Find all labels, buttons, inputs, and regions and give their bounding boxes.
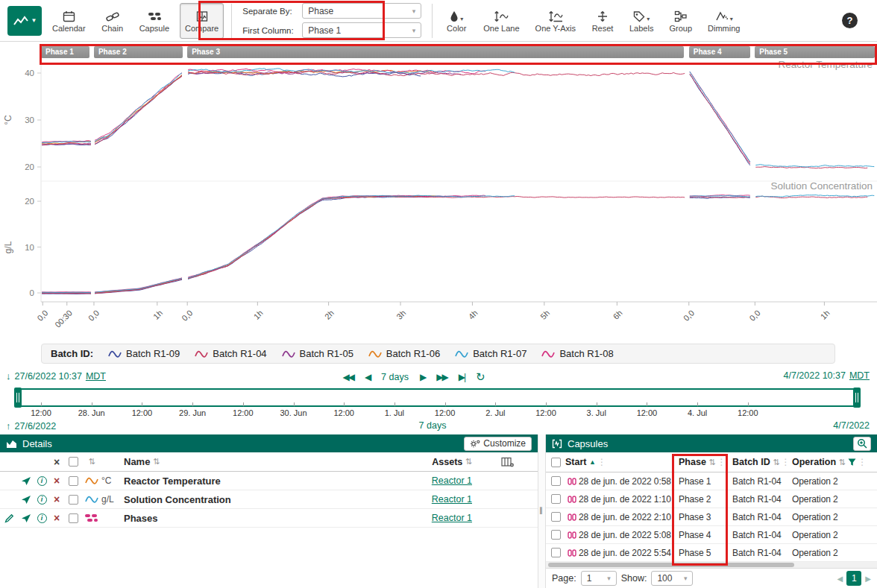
- info-icon[interactable]: i: [37, 495, 47, 505]
- capsule-checkbox[interactable]: [551, 476, 561, 486]
- separate-by-select[interactable]: Phase ▾: [302, 3, 421, 19]
- one-lane-button[interactable]: One Lane: [478, 3, 524, 39]
- edit-icon[interactable]: [4, 513, 14, 523]
- table-columns-icon[interactable]: [501, 457, 514, 467]
- column-menu-icon[interactable]: ⋮: [781, 457, 790, 467]
- calendar-button[interactable]: Calendar: [47, 3, 91, 39]
- legend-item[interactable]: Batch R1-05: [282, 348, 353, 359]
- item-name[interactable]: Reactor Temperature: [124, 475, 402, 487]
- capsule-row[interactable]: 28 de jun. de 2022 5:54Phase 5Batch R1-0…: [546, 544, 877, 562]
- capsule-row[interactable]: 28 de jun. de 2022 2:10Phase 3Batch R1-0…: [546, 508, 877, 526]
- send-to-trend-icon[interactable]: [21, 476, 31, 486]
- details-row[interactable]: i×°CReactor TemperatureReactor 1: [0, 472, 538, 490]
- customize-button[interactable]: Customize: [464, 437, 532, 451]
- next-page-icon[interactable]: ▶: [865, 575, 871, 583]
- remove-item-icon[interactable]: ×: [49, 493, 64, 505]
- legend-item[interactable]: Batch R1-06: [368, 348, 440, 359]
- remove-item-icon[interactable]: ×: [49, 475, 64, 487]
- remove-all-icon[interactable]: ×: [49, 456, 64, 468]
- timebar-end-date[interactable]: 4/7/2022: [833, 420, 870, 431]
- assets-column-header[interactable]: Assets ⇅: [402, 457, 477, 467]
- phase-capsule-bar[interactable]: Phase 4: [689, 46, 750, 58]
- row-checkbox[interactable]: [69, 513, 78, 523]
- details-row[interactable]: i×g/LSolution ConcentrationReactor 1: [0, 490, 538, 509]
- legend-item[interactable]: Batch R1-04: [195, 348, 266, 359]
- column-menu-icon[interactable]: ⋮: [858, 457, 867, 467]
- sort-icon[interactable]: ⇅: [839, 458, 846, 467]
- capsule-checkbox[interactable]: [551, 494, 561, 504]
- step-forward-icon[interactable]: ▶: [420, 372, 425, 382]
- operation-column-header[interactable]: Operation ⇅ ⋮: [792, 457, 877, 467]
- column-menu-icon[interactable]: ⋮: [597, 457, 606, 467]
- chain-button[interactable]: Chain: [96, 3, 129, 39]
- sort-icon[interactable]: ⇅: [773, 458, 779, 467]
- one-y-axis-button[interactable]: One Y-Axis: [530, 3, 581, 39]
- scrollbar-thumb[interactable]: [548, 563, 794, 567]
- compare-button[interactable]: Compare: [180, 3, 224, 39]
- first-column-select[interactable]: Phase 1 ▾: [302, 22, 421, 38]
- batch-id-column-header[interactable]: Batch ID ⇅⋮: [732, 457, 792, 467]
- skip-forward-icon[interactable]: ▶▶: [436, 372, 447, 382]
- trend-view-logo-button[interactable]: ▼: [7, 6, 42, 36]
- details-row[interactable]: i×PhasesReactor 1: [0, 509, 538, 528]
- capsule-button[interactable]: Capsule: [134, 3, 175, 39]
- sort-ascending-icon[interactable]: ▲: [589, 458, 596, 466]
- phase-column-header[interactable]: Phase ⇅⋮: [679, 457, 732, 467]
- item-name[interactable]: Solution Concentration: [124, 494, 402, 505]
- capsule-checkbox[interactable]: [551, 530, 561, 540]
- legend-item[interactable]: Batch R1-09: [108, 348, 180, 359]
- info-icon[interactable]: i: [37, 476, 47, 486]
- trend-chart[interactable]: 203040°CReactor Temperature01020g/LSolut…: [0, 42, 877, 342]
- range-duration[interactable]: 7 days: [381, 372, 409, 382]
- legend-item[interactable]: Batch R1-07: [455, 348, 526, 359]
- dimming-button[interactable]: ▾ Dimming: [702, 3, 745, 39]
- labels-button[interactable]: ▾ Labels: [624, 3, 658, 39]
- sort-icon[interactable]: ⇅: [82, 457, 101, 467]
- asset-link[interactable]: Reactor 1: [432, 494, 472, 505]
- phase-capsule-bar[interactable]: Phase 2: [94, 46, 183, 58]
- current-page-button[interactable]: 1: [846, 571, 861, 586]
- row-checkbox[interactable]: [69, 495, 78, 505]
- filter-icon[interactable]: [848, 458, 856, 467]
- asset-link[interactable]: Reactor 1: [432, 475, 472, 486]
- phase-capsule-bar[interactable]: Phase 1: [41, 46, 89, 58]
- show-select[interactable]: 100▾: [651, 571, 693, 586]
- timebar-duration[interactable]: 7 days: [0, 420, 865, 431]
- asset-link[interactable]: Reactor 1: [432, 513, 472, 523]
- legend-item[interactable]: Batch R1-08: [541, 348, 613, 359]
- capsule-row[interactable]: 28 de jun. de 2022 0:58Phase 1Batch R1-0…: [546, 472, 877, 490]
- go-to-now-icon[interactable]: ▶|: [459, 372, 465, 382]
- capsule-checkbox[interactable]: [551, 512, 561, 522]
- step-back-icon[interactable]: ◀: [365, 372, 370, 382]
- trend-chart-area[interactable]: 203040°CReactor Temperature01020g/LSolut…: [0, 42, 877, 342]
- timebar-left-handle[interactable]: [14, 388, 22, 408]
- select-all-capsules-checkbox[interactable]: [551, 458, 561, 467]
- reset-button[interactable]: Reset: [586, 3, 619, 39]
- trend-chart-svg[interactable]: 203040°CReactor Temperature01020g/LSolut…: [0, 42, 877, 342]
- page-select[interactable]: 1▾: [581, 571, 617, 586]
- capsule-checkbox[interactable]: [551, 548, 561, 557]
- info-icon[interactable]: i: [37, 513, 47, 523]
- send-to-trend-icon[interactable]: [21, 513, 31, 523]
- range-end-datetime[interactable]: 4/7/2022 10:37: [784, 370, 846, 381]
- group-button[interactable]: Group: [664, 3, 697, 39]
- panel-splitter[interactable]: ∥: [538, 434, 545, 588]
- sort-icon[interactable]: ⇅: [465, 457, 472, 467]
- refresh-icon[interactable]: ↻: [476, 370, 485, 384]
- send-to-trend-icon[interactable]: [21, 495, 31, 505]
- phase-capsule-bar[interactable]: Phase 3: [187, 46, 684, 58]
- capsule-row[interactable]: 28 de jun. de 2022 1:10Phase 2Batch R1-0…: [546, 490, 877, 508]
- skip-back-icon[interactable]: ◀◀: [342, 372, 353, 382]
- column-menu-icon[interactable]: ⋮: [717, 457, 726, 467]
- previous-page-icon[interactable]: ◀: [837, 575, 843, 583]
- capsule-row[interactable]: 28 de jun. de 2022 5:08Phase 4Batch R1-0…: [546, 526, 877, 544]
- remove-item-icon[interactable]: ×: [49, 512, 64, 524]
- color-button[interactable]: ▾ Color: [440, 3, 473, 39]
- phase-capsule-bar[interactable]: Phase 5: [755, 46, 875, 58]
- item-name[interactable]: Phases: [124, 513, 402, 524]
- sort-icon[interactable]: ⇅: [153, 457, 160, 467]
- help-button[interactable]: ?: [842, 13, 858, 28]
- start-column-header[interactable]: Start ▲⋮: [565, 457, 679, 467]
- zoom-to-capsule-button[interactable]: [853, 437, 871, 451]
- name-column-header[interactable]: Name ⇅: [124, 456, 402, 467]
